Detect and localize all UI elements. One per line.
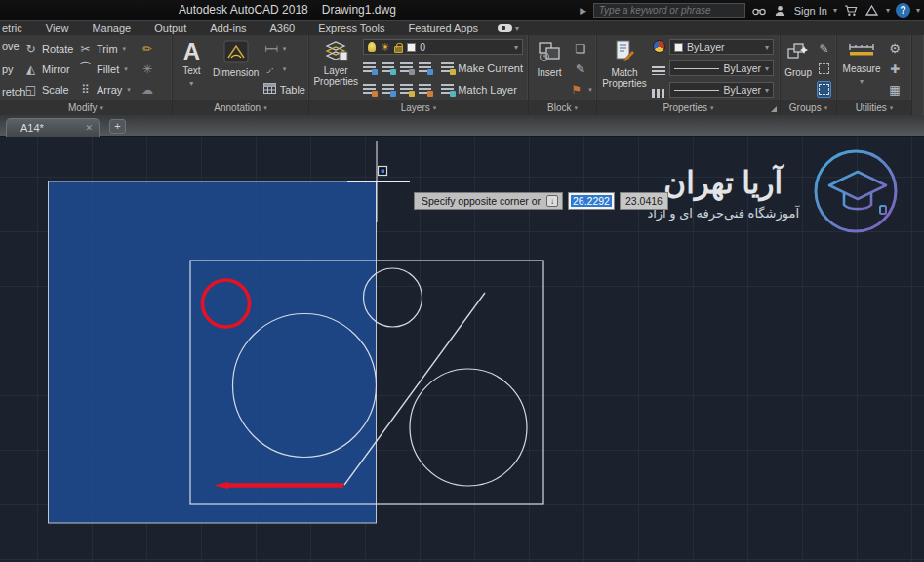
menu-tab-featured-apps[interactable]: Featured Apps [397, 22, 491, 34]
match-properties-button[interactable]: Match Properties [599, 37, 650, 100]
lineweight-dropdown[interactable]: ByLayer ▾ [669, 60, 774, 76]
fillet-button[interactable]: Fillet▾ [78, 60, 137, 77]
layer-state-tool-icon[interactable] [382, 84, 394, 95]
match-layer-icon [441, 84, 454, 95]
selection-window [49, 181, 377, 523]
make-current-icon [441, 62, 454, 73]
trim-button[interactable]: Trim▾ [78, 40, 137, 57]
quick-calculator-button[interactable] [888, 81, 903, 98]
offset-button[interactable] [141, 81, 155, 98]
layer-lock-icon [394, 46, 403, 53]
layer-properties-button[interactable]: Layer Properties [311, 37, 360, 100]
sign-in-button[interactable]: Sign In [794, 5, 827, 17]
make-current-button[interactable]: Make Current [441, 60, 523, 76]
dimension-icon [223, 40, 249, 65]
file-tab-close-icon[interactable]: ✕ [85, 123, 93, 133]
group-edit-button[interactable] [817, 40, 831, 57]
lineweight-list-icon[interactable] [652, 66, 665, 75]
new-tab-button[interactable]: + [109, 119, 126, 134]
help-dropdown-icon[interactable]: ▾ [916, 6, 920, 15]
menu-tab-a360[interactable]: A360 [259, 22, 307, 34]
mirror-button[interactable]: Mirror [23, 60, 78, 77]
create-block-button[interactable] [574, 40, 588, 57]
panel-block: Insert ▾ Block [529, 35, 597, 115]
annotation-panel-label[interactable]: Annotation [173, 100, 308, 115]
layer-walk-tool-icon[interactable] [400, 84, 413, 95]
dynamic-input-x-field[interactable]: 26.2292 [568, 192, 615, 210]
modify-panel-label[interactable]: Modify [0, 100, 172, 115]
menu-tab-manage[interactable]: Manage [80, 22, 142, 34]
linear-dimension-button[interactable]: ▾ [263, 40, 306, 57]
id-point-button[interactable] [888, 60, 903, 77]
window-title: Autodesk AutoCAD 2018Drawing1.dwg [179, 3, 396, 17]
search-binoculars-icon[interactable] [751, 3, 767, 19]
table-button[interactable]: Table [263, 81, 306, 98]
array-button[interactable]: Array▾ [78, 81, 137, 98]
properties-dialog-launcher-icon[interactable] [771, 106, 777, 112]
scale-button[interactable]: Scale [23, 81, 78, 98]
erase-button[interactable] [141, 40, 155, 57]
ribbon-tabs: etricViewManageOutputAdd-insA360Express … [0, 22, 490, 34]
layer-dropdown[interactable]: 0 ▾ [363, 39, 523, 55]
user-icon[interactable] [773, 3, 788, 19]
color-dropdown-arrow[interactable]: ▾ [765, 43, 769, 52]
menu-tab-output[interactable]: Output [142, 22, 198, 34]
search-input[interactable] [593, 3, 745, 18]
down-arrow-key-icon[interactable] [546, 195, 558, 207]
insert-button[interactable]: Insert [531, 37, 568, 100]
large-circle-right[interactable] [410, 369, 527, 486]
group-button[interactable]: Group [783, 37, 814, 100]
file-tab-active[interactable]: A14* ✕ [6, 118, 100, 137]
linetype-list-icon[interactable] [652, 89, 665, 98]
menu-tab-etric[interactable]: etric [0, 22, 34, 34]
ungroup-button[interactable] [819, 60, 829, 77]
layers-panel-label[interactable]: Layers [309, 100, 528, 115]
dimension-button[interactable]: Dimension [209, 37, 263, 100]
exchange-dropdown-icon[interactable]: ▾ [886, 6, 890, 15]
lineweight-dropdown-arrow[interactable]: ▾ [765, 64, 769, 73]
drawing-canvas[interactable]: آریا تهران آموزشگاه فنی‌حرفه ای و آزاد S… [0, 137, 924, 562]
quick-select-icon [888, 41, 903, 56]
quick-select-button[interactable] [888, 40, 903, 57]
properties-panel-label[interactable]: Properties [597, 100, 780, 115]
menu-tab-add-ins[interactable]: Add-ins [198, 22, 258, 34]
block-attributes-button[interactable]: ▾ [569, 81, 592, 98]
layer-freeze-tool-icon[interactable] [400, 62, 413, 73]
object-color-swatch [674, 43, 683, 52]
infocenter-collapse-icon[interactable]: ▶ [580, 3, 587, 19]
match-layer-button[interactable]: Match Layer [441, 81, 517, 98]
color-wheel-icon[interactable] [653, 40, 665, 53]
store-cart-icon[interactable] [843, 3, 859, 19]
layer-dropdown-arrow[interactable]: ▾ [514, 43, 518, 52]
object-color-dropdown[interactable]: ByLayer ▾ [669, 39, 774, 55]
linetype-dropdown[interactable]: ByLayer ▾ [669, 82, 774, 98]
leader-button[interactable]: ▾ [263, 60, 306, 77]
explode-button[interactable] [141, 60, 155, 77]
autocad-window: Autodesk AutoCAD 2018Drawing1.dwg ▶ Sign… [0, 0, 924, 562]
rotate-button[interactable]: Rotate [23, 40, 78, 57]
move-button[interactable]: ove [2, 40, 23, 52]
utilities-panel-label[interactable]: Utilities [837, 100, 911, 115]
stretch-button[interactable]: retch [2, 86, 23, 98]
block-panel-label[interactable]: Block [529, 100, 596, 115]
layer-thaw-icon [380, 40, 390, 55]
menu-tab-view[interactable]: View [34, 22, 81, 34]
groups-panel-label[interactable]: Groups [781, 100, 836, 115]
layer-lock-tool-icon[interactable] [419, 62, 431, 73]
sign-in-dropdown-icon[interactable]: ▾ [833, 6, 837, 15]
autodesk-exchange-icon[interactable] [864, 3, 880, 19]
layer-isolate-tool-icon[interactable] [382, 62, 394, 73]
ribbon-display-toggle[interactable]: ▾ [498, 24, 519, 33]
measure-button[interactable]: Measure▾ [839, 37, 884, 100]
help-icon[interactable]: ? [896, 3, 910, 18]
copy-button[interactable]: py [2, 63, 23, 75]
layer-unlock-tool-icon[interactable] [363, 84, 376, 95]
group-selection-toggle[interactable] [817, 81, 831, 98]
dynamic-input-y-field[interactable]: 23.0416 [620, 192, 668, 210]
menu-tab-express-tools[interactable]: Express Tools [306, 22, 396, 34]
layer-off-tool-icon[interactable] [363, 62, 376, 73]
layer-merge-tool-icon[interactable] [419, 84, 431, 95]
text-button[interactable]: A Text▾ [175, 37, 209, 100]
edit-block-button[interactable] [574, 60, 588, 77]
linetype-dropdown-arrow[interactable]: ▾ [765, 86, 769, 95]
